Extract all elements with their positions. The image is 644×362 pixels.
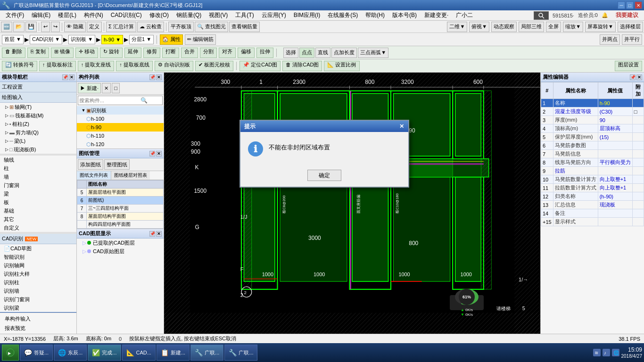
cad-tab[interactable]: CAD识别 ▼	[30, 35, 62, 44]
minimize-button[interactable]: ─	[618, 1, 625, 9]
tb-view-rebar[interactable]: 查看钢筋量	[229, 22, 260, 32]
prop-row-4[interactable]: 4 顶标高(m) 层顶标高	[541, 124, 644, 133]
fig-row-more[interactable]: 构四四层结构平面图	[77, 221, 164, 229]
menu-assistant[interactable]: 广小二	[452, 10, 477, 20]
rb-extract-bottom[interactable]: ↑ 提取板底线	[116, 61, 153, 71]
nav-item-slab[interactable]: ▷ □ 现浇板(B)	[0, 145, 76, 154]
layer-selector[interactable]: 分层1 ▼	[129, 35, 154, 44]
identify-slab[interactable]: 识别板 ▼	[68, 35, 95, 44]
nav-item-col2[interactable]: 柱	[0, 164, 76, 173]
tb-line[interactable]: 直线	[315, 48, 330, 58]
tb-view-ctrl[interactable]: 俯视▼	[469, 22, 489, 32]
menu-component[interactable]: 构件(N)	[80, 10, 107, 20]
fig-add-btn[interactable]: 添加图纸	[78, 159, 103, 170]
menu-version[interactable]: 版本号(B)	[388, 10, 421, 20]
rb-verify[interactable]: ✔ 板图元校核	[195, 61, 233, 71]
menu-edit[interactable]: 编辑(E)	[28, 10, 54, 20]
prop-row-13[interactable]: 13 汇总信息 现浇板	[541, 201, 644, 209]
nav-section-cad[interactable]: CAD识别 NEW	[0, 234, 76, 244]
nav-item-beam2[interactable]: 梁	[0, 189, 76, 198]
comp-new-btn[interactable]: ▶ 新建·	[78, 83, 101, 93]
nav-item-grid[interactable]: ▷ ⊞ 轴网(T)	[0, 103, 76, 111]
fig-panel-close[interactable]: ✕	[156, 151, 162, 156]
rb-mirror[interactable]: ⊞ 镜像	[51, 48, 74, 58]
prop-value-10[interactable]: 向上取整+1	[598, 175, 632, 184]
nav-item-raft[interactable]: ▷ ▭ 筏板基础(M)	[0, 111, 76, 120]
tb-2d[interactable]: 二维▼	[447, 22, 467, 32]
tb-select-layer[interactable]: 选择楼层	[618, 22, 643, 32]
prop-value-6[interactable]	[598, 141, 632, 150]
fig-row-8[interactable]: 8屋面层结构平面图	[77, 213, 164, 221]
rb-stretch[interactable]: 拉伸	[256, 48, 273, 58]
nav-report[interactable]: 报表预览	[1, 323, 75, 333]
menu-cad[interactable]: CAD识别(C)	[107, 10, 146, 20]
menu-bim[interactable]: BIM应用(I)	[290, 10, 324, 20]
prop-row-3[interactable]: 3 厚度(mm) 90	[541, 116, 644, 124]
taskbar-complete[interactable]: ✅ 完成...	[88, 345, 121, 361]
tray-wifi[interactable]: ≋	[593, 349, 601, 356]
tb-find[interactable]: 🔍 查找图元	[195, 22, 228, 32]
tb-three-point-arc[interactable]: 三点画弧▼	[358, 48, 388, 58]
menu-floor[interactable]: 楼层(L)	[54, 10, 80, 20]
nav-single-component[interactable]: 单构件输入	[1, 314, 75, 323]
nav-item-id-beam[interactable]: 识别梁	[0, 304, 76, 312]
prop-value-8[interactable]: 平行横向受力	[598, 158, 632, 167]
tb-align-top[interactable]: 平齐板顶	[168, 22, 194, 32]
nav-section-engineering[interactable]: 工程设置	[0, 82, 76, 92]
rb-clear-cad[interactable]: 🗑 清除CAD图	[282, 61, 322, 71]
taskbar-guanglian2[interactable]: 🔧 广联...	[224, 345, 257, 361]
taskbar-cad[interactable]: 📐 CAD...	[122, 345, 156, 361]
prop-row-10[interactable]: 10 马凳筋数量计算方 向上取整+1	[541, 175, 644, 184]
rb-extract-support[interactable]: ↑ 提取支座线	[78, 61, 115, 71]
nav-item-wall2[interactable]: 墙	[0, 173, 76, 181]
nav-item-col[interactable]: ▷ ▪ 框柱(Z)	[0, 120, 76, 128]
comp-search-input[interactable]	[79, 98, 140, 103]
nav-item-id-wall[interactable]: 识别墙	[0, 287, 76, 295]
prop-value-11[interactable]: 向上取整+1	[598, 184, 632, 192]
nav-item-id-col-detail[interactable]: 识别柱大样	[0, 270, 76, 278]
menu-tools[interactable]: 工具(T)	[231, 10, 257, 20]
prop-row-11[interactable]: 11 拉筋数量计算方式 向上取整+1	[541, 184, 644, 192]
tb-parallel[interactable]: 并平行	[622, 34, 642, 45]
rb-delete[interactable]: 🗑 删除	[2, 48, 25, 58]
menu-newchange[interactable]: 新建变更·	[421, 10, 452, 20]
comp-root[interactable]: ▼ ▣ 识别板	[77, 106, 164, 115]
dialog-ok-button[interactable]: 确定	[307, 170, 341, 181]
cad-layer-pin[interactable]: 📌	[149, 231, 155, 237]
taskbar-dongchen[interactable]: 🌐 东辰...	[54, 345, 87, 361]
prop-value-12[interactable]: (h-90)	[598, 192, 632, 201]
prop-row-6[interactable]: 6 马凳筋参数图	[541, 141, 644, 150]
taskbar-start[interactable]: ▶	[2, 345, 19, 361]
rb-extract-annotation[interactable]: ↑ 提取板标注	[39, 61, 76, 71]
prop-value-15[interactable]	[598, 218, 632, 226]
prop-row-14[interactable]: 14 备注	[541, 209, 644, 218]
taskbar-guanglian1[interactable]: 🔧 广联...	[190, 345, 223, 361]
prop-expand-icon[interactable]: +	[543, 219, 545, 225]
rb-rotate[interactable]: ↻ 旋转	[100, 48, 123, 58]
prop-row-9[interactable]: 9 拉筋	[541, 167, 644, 175]
prop-panel-close[interactable]: ✕	[636, 74, 642, 80]
rb-move[interactable]: ✛ 移动	[75, 48, 98, 58]
rb-convert-symbol[interactable]: 🔄 转换符号	[2, 61, 37, 71]
fig-panel-pin[interactable]: 📌	[149, 151, 155, 156]
tb-cloud-check[interactable]: ☁ 云检查	[137, 22, 164, 32]
prop-value-9[interactable]	[598, 167, 632, 175]
nav-item-door[interactable]: 门窗洞	[0, 181, 76, 189]
fig-row-7[interactable]: 7三~三四层结构平面	[77, 205, 164, 213]
tb-sum[interactable]: Σ 汇总计算	[106, 22, 136, 32]
tray-sound[interactable]: ♪	[603, 349, 610, 356]
tb-property[interactable]: 🏠 属性	[160, 34, 183, 45]
tb-fullscreen[interactable]: 全屏	[546, 22, 561, 32]
comp-panel-pin[interactable]: 📌	[149, 74, 155, 80]
fig-organize-btn[interactable]: 整理图纸	[104, 159, 130, 170]
rb-split[interactable]: 分割	[200, 48, 217, 58]
left-panel-close[interactable]: ✕	[69, 74, 74, 80]
menu-file[interactable]: 文件(F)	[2, 10, 28, 20]
menu-suggest[interactable]: 我要建议	[612, 10, 642, 20]
drawing-area[interactable]: 300 1 2300 800 3200 600 2800 700 300 900…	[164, 73, 540, 334]
comp-copy-btn[interactable]: □	[112, 83, 120, 93]
rb-auto-identify[interactable]: ⚙ 自动识别板	[155, 61, 193, 71]
fig-row-5[interactable]: 5屋面层墙柱平面图	[77, 189, 164, 197]
nav-item-foundation[interactable]: 基础	[0, 206, 76, 215]
prop-value-3[interactable]: 90	[598, 116, 632, 124]
